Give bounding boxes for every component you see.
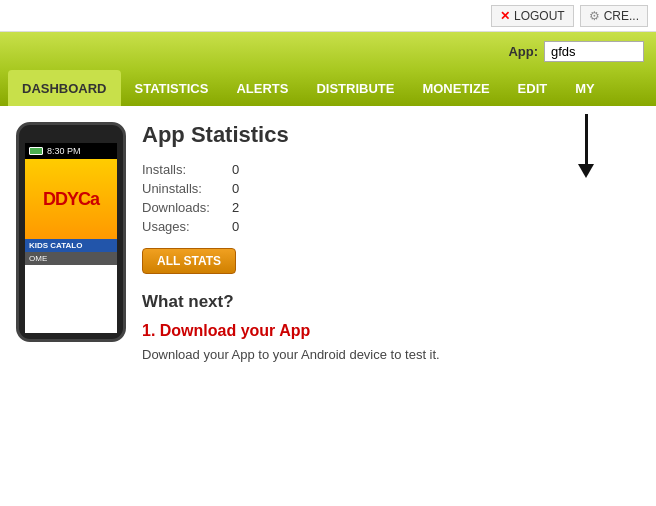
- stats-row-usages: Usages: 0: [142, 219, 640, 234]
- what-next-heading: What next?: [142, 292, 640, 312]
- installs-label: Installs:: [142, 162, 232, 177]
- app-label: App:: [508, 44, 538, 59]
- usages-label: Usages:: [142, 219, 232, 234]
- create-button[interactable]: ⚙ CRE...: [580, 5, 648, 27]
- uninstalls-value: 0: [232, 181, 239, 196]
- tab-alerts[interactable]: ALERTS: [222, 70, 302, 106]
- phone-screen: 8:30 PM DDYCa KIDS CATALO OME: [25, 143, 117, 333]
- phone-time: 8:30 PM: [47, 146, 81, 156]
- phone-status-bar: 8:30 PM: [25, 143, 117, 159]
- top-bar: ✕ LOGOUT ⚙ CRE...: [0, 0, 656, 32]
- create-label: CRE...: [604, 9, 639, 23]
- usages-value: 0: [232, 219, 239, 234]
- app-bar: App:: [0, 32, 656, 70]
- tab-distribute-label: DISTRIBUTE: [316, 81, 394, 96]
- main-content: 8:30 PM DDYCa KIDS CATALO OME App Statis…: [0, 106, 656, 380]
- tab-edit[interactable]: EDIT: [504, 70, 562, 106]
- tab-my-label: MY: [575, 81, 595, 96]
- phone-home-text: OME: [25, 252, 117, 265]
- logout-icon: ✕: [500, 9, 510, 23]
- tab-distribute[interactable]: DISTRIBUTE: [302, 70, 408, 106]
- logout-button[interactable]: ✕ LOGOUT: [491, 5, 574, 27]
- stats-table: Installs: 0 Uninstalls: 0 Downloads: 2 U…: [142, 162, 640, 234]
- stats-title: App Statistics: [142, 122, 640, 148]
- phone-sub-text: KIDS CATALO: [25, 239, 117, 252]
- stats-row-downloads: Downloads: 2: [142, 200, 640, 215]
- all-stats-button[interactable]: ALL STATS: [142, 248, 236, 274]
- phone-app-text: DDYCa: [43, 189, 99, 210]
- phone-app-content: DDYCa: [25, 159, 117, 239]
- logout-label: LOGOUT: [514, 9, 565, 23]
- tab-edit-label: EDIT: [518, 81, 548, 96]
- app-input[interactable]: [544, 41, 644, 62]
- stats-row-uninstalls: Uninstalls: 0: [142, 181, 640, 196]
- phone-mockup: 8:30 PM DDYCa KIDS CATALO OME: [16, 122, 126, 342]
- tab-statistics-label: STATISTICS: [135, 81, 209, 96]
- stats-row-installs: Installs: 0: [142, 162, 640, 177]
- uninstalls-label: Uninstalls:: [142, 181, 232, 196]
- download-text: Download your App to your Android device…: [142, 346, 640, 364]
- tab-statistics[interactable]: STATISTICS: [121, 70, 223, 106]
- tab-my[interactable]: MY: [561, 70, 609, 106]
- download-heading: 1. Download your App: [142, 322, 640, 340]
- arrow-shaft: [585, 114, 588, 164]
- tab-alerts-label: ALERTS: [236, 81, 288, 96]
- tab-monetize[interactable]: MONETIZE: [408, 70, 503, 106]
- create-icon: ⚙: [589, 9, 600, 23]
- installs-value: 0: [232, 162, 239, 177]
- tab-dashboard-label: DASHBOARD: [22, 81, 107, 96]
- stats-section: App Statistics Installs: 0 Uninstalls: 0…: [142, 122, 640, 364]
- nav-tabs: DASHBOARD STATISTICS ALERTS DISTRIBUTE M…: [0, 70, 656, 106]
- tab-dashboard[interactable]: DASHBOARD: [8, 70, 121, 106]
- tab-monetize-label: MONETIZE: [422, 81, 489, 96]
- battery-icon: [29, 147, 43, 155]
- downloads-label: Downloads:: [142, 200, 232, 215]
- downloads-value: 2: [232, 200, 239, 215]
- arrow-head: [578, 164, 594, 178]
- arrow-annotation: [578, 114, 594, 178]
